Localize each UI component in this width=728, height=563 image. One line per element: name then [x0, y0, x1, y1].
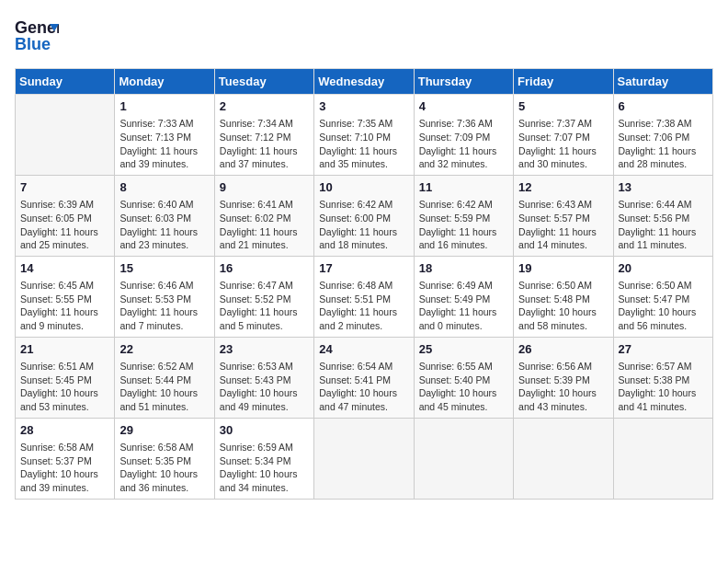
calendar-header-row: SundayMondayTuesdayWednesdayThursdayFrid… [16, 69, 713, 95]
day-number: 1 [119, 98, 209, 115]
calendar-week-row: 1Sunrise: 7:33 AMSunset: 7:13 PMDaylight… [16, 95, 713, 176]
calendar-table: SundayMondayTuesdayWednesdayThursdayFrid… [15, 68, 713, 500]
day-number: 21 [20, 341, 109, 358]
calendar-cell: 19Sunrise: 6:50 AMSunset: 5:48 PMDayligh… [514, 256, 613, 337]
day-number: 14 [20, 260, 109, 277]
day-number: 8 [119, 179, 209, 196]
calendar-cell: 7Sunrise: 6:39 AMSunset: 6:05 PMDaylight… [16, 175, 115, 256]
calendar-cell: 13Sunrise: 6:44 AMSunset: 5:56 PMDayligh… [613, 175, 712, 256]
day-number: 6 [619, 98, 708, 115]
calendar-cell: 12Sunrise: 6:43 AMSunset: 5:57 PMDayligh… [514, 175, 613, 256]
calendar-cell: 27Sunrise: 6:57 AMSunset: 5:38 PMDayligh… [613, 337, 712, 418]
day-number: 12 [518, 179, 608, 196]
day-info: Sunrise: 7:34 AMSunset: 7:12 PMDaylight:… [220, 117, 309, 171]
day-info: Sunrise: 6:48 AMSunset: 5:51 PMDaylight:… [319, 279, 408, 333]
day-number: 16 [220, 260, 309, 277]
calendar-cell: 18Sunrise: 6:49 AMSunset: 5:49 PMDayligh… [414, 256, 513, 337]
calendar-cell: 2Sunrise: 7:34 AMSunset: 7:12 PMDaylight… [214, 95, 313, 176]
calendar-cell: 6Sunrise: 7:38 AMSunset: 7:06 PMDaylight… [613, 95, 712, 176]
calendar-cell: 8Sunrise: 6:40 AMSunset: 6:03 PMDaylight… [115, 175, 214, 256]
calendar-cell: 30Sunrise: 6:59 AMSunset: 5:34 PMDayligh… [214, 418, 313, 499]
day-number: 7 [20, 179, 109, 196]
day-info: Sunrise: 6:58 AMSunset: 5:35 PMDaylight:… [119, 441, 209, 495]
calendar-week-row: 28Sunrise: 6:58 AMSunset: 5:37 PMDayligh… [16, 418, 713, 499]
day-number: 4 [419, 98, 508, 115]
day-info: Sunrise: 6:49 AMSunset: 5:49 PMDaylight:… [419, 279, 508, 333]
weekday-header: Saturday [613, 69, 712, 95]
calendar-cell: 15Sunrise: 6:46 AMSunset: 5:53 PMDayligh… [115, 256, 214, 337]
calendar-cell [314, 418, 414, 499]
day-info: Sunrise: 6:52 AMSunset: 5:44 PMDaylight:… [119, 360, 209, 414]
day-number: 27 [619, 341, 708, 358]
calendar-cell: 11Sunrise: 6:42 AMSunset: 5:59 PMDayligh… [414, 175, 513, 256]
day-info: Sunrise: 6:39 AMSunset: 6:05 PMDaylight:… [20, 198, 109, 252]
calendar-cell: 14Sunrise: 6:45 AMSunset: 5:55 PMDayligh… [16, 256, 115, 337]
calendar-cell: 4Sunrise: 7:36 AMSunset: 7:09 PMDaylight… [414, 95, 513, 176]
calendar-cell: 16Sunrise: 6:47 AMSunset: 5:52 PMDayligh… [214, 256, 313, 337]
calendar-cell [514, 418, 613, 499]
day-info: Sunrise: 6:47 AMSunset: 5:52 PMDaylight:… [220, 279, 309, 333]
calendar-cell: 29Sunrise: 6:58 AMSunset: 5:35 PMDayligh… [115, 418, 214, 499]
calendar-cell: 28Sunrise: 6:58 AMSunset: 5:37 PMDayligh… [16, 418, 115, 499]
day-info: Sunrise: 6:53 AMSunset: 5:43 PMDaylight:… [220, 360, 309, 414]
day-info: Sunrise: 6:57 AMSunset: 5:38 PMDaylight:… [619, 360, 708, 414]
page-header: General Blue [15, 15, 713, 57]
calendar-cell: 24Sunrise: 6:54 AMSunset: 5:41 PMDayligh… [314, 337, 414, 418]
day-info: Sunrise: 6:50 AMSunset: 5:47 PMDaylight:… [619, 279, 708, 333]
calendar-week-row: 21Sunrise: 6:51 AMSunset: 5:45 PMDayligh… [16, 337, 713, 418]
day-number: 3 [319, 98, 408, 115]
weekday-header: Tuesday [214, 69, 313, 95]
day-number: 19 [518, 260, 608, 277]
calendar-cell: 10Sunrise: 6:42 AMSunset: 6:00 PMDayligh… [314, 175, 414, 256]
day-info: Sunrise: 6:54 AMSunset: 5:41 PMDaylight:… [319, 360, 408, 414]
day-number: 9 [220, 179, 309, 196]
day-info: Sunrise: 6:40 AMSunset: 6:03 PMDaylight:… [119, 198, 209, 252]
day-info: Sunrise: 6:43 AMSunset: 5:57 PMDaylight:… [518, 198, 608, 252]
day-info: Sunrise: 6:59 AMSunset: 5:34 PMDaylight:… [220, 441, 309, 495]
logo: General Blue [15, 15, 59, 57]
day-info: Sunrise: 6:55 AMSunset: 5:40 PMDaylight:… [419, 360, 508, 414]
calendar-cell: 5Sunrise: 7:37 AMSunset: 7:07 PMDaylight… [514, 95, 613, 176]
day-info: Sunrise: 6:50 AMSunset: 5:48 PMDaylight:… [518, 279, 608, 333]
svg-text:Blue: Blue [15, 35, 51, 53]
day-info: Sunrise: 6:42 AMSunset: 6:00 PMDaylight:… [319, 198, 408, 252]
day-number: 13 [619, 179, 708, 196]
day-info: Sunrise: 7:33 AMSunset: 7:13 PMDaylight:… [119, 117, 209, 171]
calendar-cell: 26Sunrise: 6:56 AMSunset: 5:39 PMDayligh… [514, 337, 613, 418]
day-info: Sunrise: 6:41 AMSunset: 6:02 PMDaylight:… [220, 198, 309, 252]
day-number: 15 [119, 260, 209, 277]
day-number: 28 [20, 422, 109, 439]
calendar-week-row: 7Sunrise: 6:39 AMSunset: 6:05 PMDaylight… [16, 175, 713, 256]
day-number: 23 [220, 341, 309, 358]
weekday-header: Monday [115, 69, 214, 95]
day-number: 11 [419, 179, 508, 196]
day-info: Sunrise: 6:44 AMSunset: 5:56 PMDaylight:… [619, 198, 708, 252]
day-number: 22 [119, 341, 209, 358]
calendar-cell: 23Sunrise: 6:53 AMSunset: 5:43 PMDayligh… [214, 337, 313, 418]
day-number: 29 [119, 422, 209, 439]
calendar-week-row: 14Sunrise: 6:45 AMSunset: 5:55 PMDayligh… [16, 256, 713, 337]
calendar-cell: 20Sunrise: 6:50 AMSunset: 5:47 PMDayligh… [613, 256, 712, 337]
day-number: 17 [319, 260, 408, 277]
day-number: 25 [419, 341, 508, 358]
day-info: Sunrise: 7:36 AMSunset: 7:09 PMDaylight:… [419, 117, 508, 171]
weekday-header: Friday [514, 69, 613, 95]
calendar-cell: 22Sunrise: 6:52 AMSunset: 5:44 PMDayligh… [115, 337, 214, 418]
calendar-cell: 9Sunrise: 6:41 AMSunset: 6:02 PMDaylight… [214, 175, 313, 256]
calendar-cell: 25Sunrise: 6:55 AMSunset: 5:40 PMDayligh… [414, 337, 513, 418]
calendar-cell [16, 95, 115, 176]
calendar-cell [414, 418, 513, 499]
day-info: Sunrise: 6:42 AMSunset: 5:59 PMDaylight:… [419, 198, 508, 252]
day-info: Sunrise: 6:45 AMSunset: 5:55 PMDaylight:… [20, 279, 109, 333]
day-info: Sunrise: 6:51 AMSunset: 5:45 PMDaylight:… [20, 360, 109, 414]
day-number: 10 [319, 179, 408, 196]
day-number: 30 [220, 422, 309, 439]
day-number: 5 [518, 98, 608, 115]
day-info: Sunrise: 6:56 AMSunset: 5:39 PMDaylight:… [518, 360, 608, 414]
day-number: 24 [319, 341, 408, 358]
weekday-header: Sunday [16, 69, 115, 95]
day-info: Sunrise: 7:38 AMSunset: 7:06 PMDaylight:… [619, 117, 708, 171]
weekday-header: Wednesday [314, 69, 414, 95]
calendar-cell [613, 418, 712, 499]
day-info: Sunrise: 6:46 AMSunset: 5:53 PMDaylight:… [119, 279, 209, 333]
